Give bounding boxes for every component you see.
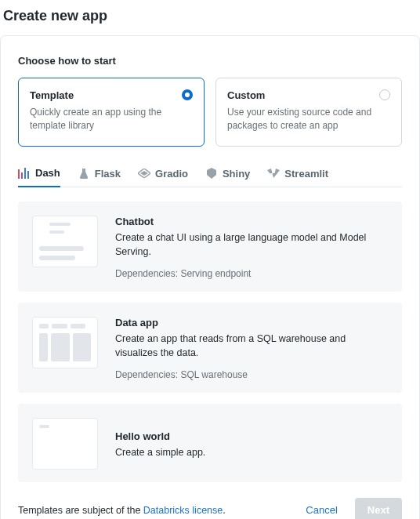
flask-icon bbox=[78, 167, 90, 180]
license-link[interactable]: Databricks license bbox=[143, 505, 223, 516]
template-desc: Create an app that reads from a SQL ware… bbox=[115, 332, 388, 360]
option-custom[interactable]: Custom Use your existing source code and… bbox=[215, 78, 402, 147]
tab-label: Dash bbox=[35, 167, 60, 179]
template-title: Chatbot bbox=[115, 216, 388, 227]
streamlit-icon bbox=[267, 167, 280, 180]
footer: Templates are subject of the Databricks … bbox=[18, 498, 402, 519]
tab-label: Gradio bbox=[155, 168, 188, 180]
thumbnail-data-app bbox=[32, 317, 98, 368]
template-title: Data app bbox=[115, 317, 388, 328]
gradio-icon bbox=[138, 167, 150, 180]
tab-shiny[interactable]: Shiny bbox=[205, 164, 250, 187]
template-info: Hello world Create a simple app. bbox=[115, 418, 205, 470]
start-options: Template Quickly create an app using the… bbox=[18, 78, 402, 147]
choose-start-label: Choose how to start bbox=[18, 55, 402, 67]
tab-gradio[interactable]: Gradio bbox=[138, 164, 188, 187]
footer-suffix: . bbox=[223, 505, 225, 516]
template-title: Hello world bbox=[115, 430, 205, 442]
dash-icon bbox=[18, 167, 31, 180]
svg-rect-3 bbox=[27, 171, 29, 179]
option-title: Template bbox=[30, 89, 193, 101]
option-desc: Quickly create an app using the template… bbox=[30, 106, 193, 133]
tab-dash[interactable]: Dash bbox=[18, 164, 60, 187]
tab-label: Shiny bbox=[223, 168, 250, 180]
svg-rect-0 bbox=[18, 169, 20, 179]
tab-label: Flask bbox=[95, 168, 121, 180]
tab-streamlit[interactable]: Streamlit bbox=[267, 164, 328, 187]
radio-checked-icon bbox=[182, 89, 193, 100]
template-chatbot[interactable]: Chatbot Create a chat UI using a large l… bbox=[18, 201, 402, 292]
framework-tabs: Dash Flask Gradio Shiny Streamlit bbox=[18, 164, 402, 187]
footer-prefix: Templates are subject of the bbox=[18, 505, 143, 516]
create-app-panel: Choose how to start Template Quickly cre… bbox=[0, 35, 420, 519]
radio-unchecked-icon bbox=[379, 89, 390, 100]
option-template[interactable]: Template Quickly create an app using the… bbox=[18, 78, 205, 147]
template-info: Chatbot Create a chat UI using a large l… bbox=[115, 216, 388, 279]
svg-rect-1 bbox=[21, 172, 23, 179]
option-desc: Use your existing source code and packag… bbox=[227, 106, 390, 133]
tab-label: Streamlit bbox=[284, 168, 328, 180]
cancel-button[interactable]: Cancel bbox=[299, 499, 343, 519]
template-deps: Dependencies: SQL warehouse bbox=[115, 369, 388, 380]
template-info: Data app Create an app that reads from a… bbox=[115, 317, 388, 380]
page-title: Create new app bbox=[0, 0, 420, 35]
thumbnail-chatbot bbox=[32, 216, 98, 267]
template-data-app[interactable]: Data app Create an app that reads from a… bbox=[18, 303, 402, 393]
next-button[interactable]: Next bbox=[355, 498, 402, 519]
svg-rect-2 bbox=[24, 168, 26, 179]
option-title: Custom bbox=[227, 89, 390, 101]
template-hello-world[interactable]: Hello world Create a simple app. bbox=[18, 404, 402, 482]
shiny-icon bbox=[205, 167, 218, 180]
thumbnail-hello-world bbox=[32, 418, 98, 470]
footer-text: Templates are subject of the Databricks … bbox=[18, 505, 288, 516]
template-deps: Dependencies: Serving endpoint bbox=[115, 268, 388, 279]
tab-flask[interactable]: Flask bbox=[78, 164, 121, 187]
template-desc: Create a simple app. bbox=[115, 445, 205, 459]
template-desc: Create a chat UI using a large language … bbox=[115, 230, 388, 259]
